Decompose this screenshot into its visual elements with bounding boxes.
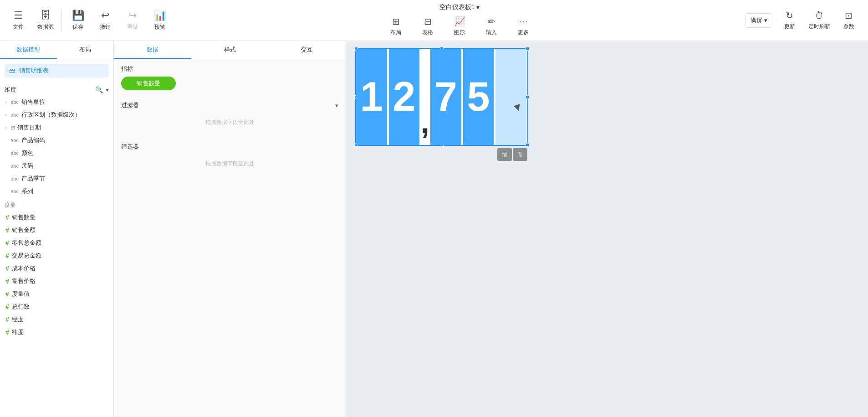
dim-item-sales-unit[interactable]: › abc 销售单位: [2, 96, 112, 108]
screen-placeholder-text: 拖拽数据字段至此处: [205, 160, 255, 167]
timer-button[interactable]: ⏱ 定时刷新: [804, 2, 834, 39]
table-button[interactable]: ⊟ 表格: [412, 15, 444, 38]
params-icon: ⊡: [845, 10, 853, 21]
digit-value: 5: [467, 73, 490, 120]
measure-item-latitude[interactable]: # 纬度: [2, 326, 112, 339]
abc-icon: abc: [10, 189, 19, 194]
save-button[interactable]: 💾 保存: [64, 2, 92, 39]
preview-button[interactable]: 📊 预览: [146, 2, 174, 39]
measure-item-sales-amount[interactable]: # 销售金额: [2, 224, 112, 237]
filter-drop-area[interactable]: 拖拽数据字段至此处: [121, 113, 338, 132]
layout-icon: ⊞: [392, 16, 400, 27]
calendar-icon: ⊞: [10, 125, 15, 131]
search-icon[interactable]: 🔍: [95, 86, 103, 93]
fullscreen-label: 满屏: [751, 16, 762, 25]
measure-item-retail-total[interactable]: # 零售总金额: [2, 237, 112, 249]
tab-layout[interactable]: 布局: [57, 41, 114, 59]
fullscreen-button[interactable]: 满屏 ▾: [745, 13, 772, 28]
middle-tabs: 数据 样式 交互: [114, 41, 346, 59]
preview-label: 预览: [154, 23, 165, 31]
input-button[interactable]: ✏ 输入: [475, 15, 507, 38]
indicator-tag[interactable]: 销售数量: [121, 77, 176, 90]
measure-item-total-rows[interactable]: # 总行数: [2, 300, 112, 313]
more-icon: ⋯: [519, 16, 528, 27]
hash-icon: #: [5, 290, 9, 298]
top-toolbar: ☰ 文件 🗄 数据源 💾 保存 ↩ 撤销 ↪ 重做 📊 预览 空白仪表板1: [0, 0, 868, 41]
hash-icon: #: [5, 214, 9, 221]
expand-icon: ›: [5, 100, 7, 105]
data-model-item[interactable]: 🗃 销售明细表: [5, 64, 109, 77]
move-icon: ⇅: [517, 151, 523, 158]
dimension-list: › abc 销售单位 › abc 行政区划（数据级次） › ⊞ 销售日期 › a…: [0, 96, 113, 198]
move-widget-button[interactable]: ⇅: [513, 148, 527, 161]
dimensions-label: 维度: [5, 86, 16, 94]
measure-list: # 销售数量 # 销售金额 # 零售总金额 # 交易总金额 # 成本价格 # 零…: [0, 211, 113, 339]
input-label: 输入: [486, 29, 497, 36]
canvas-area[interactable]: 1 2 , 7 5 🗑: [346, 41, 868, 417]
tab-data-label: 数据: [147, 46, 158, 54]
tab-data-model[interactable]: 数据模型: [0, 41, 57, 59]
update-label: 更新: [784, 23, 795, 31]
number-widget[interactable]: 1 2 , 7 5 🗑: [355, 48, 528, 146]
toolbar-right: 满屏 ▾ ↻ 更新 ⏱ 定时刷新 ⊡ 参数: [745, 2, 863, 39]
table-label: 表格: [422, 29, 433, 36]
dim-item-size[interactable]: › abc 尺码: [2, 160, 112, 172]
tab-style[interactable]: 样式: [191, 41, 269, 59]
params-label: 参数: [843, 23, 854, 31]
digit-value: 2: [393, 73, 415, 120]
dim-item-color[interactable]: › abc 颜色: [2, 147, 112, 160]
dimensions-actions: 🔍 ▾: [95, 86, 109, 93]
tab-data[interactable]: 数据: [114, 41, 191, 59]
tab-data-model-label: 数据模型: [16, 46, 40, 54]
toolbar-divider-1: [61, 9, 62, 32]
preview-icon: 📊: [154, 10, 166, 21]
collapse-icon[interactable]: ▾: [335, 102, 338, 109]
update-button[interactable]: ↻ 更新: [775, 2, 804, 39]
dim-item-series[interactable]: › abc 系列: [2, 185, 112, 198]
dim-item-region[interactable]: › abc 行政区划（数据级次）: [2, 108, 112, 121]
measure-item-retail-price[interactable]: # 零售价格: [2, 275, 112, 288]
filter-placeholder-text: 拖拽数据字段至此处: [205, 119, 255, 125]
tab-style-label: 样式: [224, 46, 236, 54]
dimensions-header: 维度 🔍 ▾: [0, 82, 113, 96]
digit-1: 1: [356, 49, 387, 145]
measure-label: 经度: [12, 315, 24, 324]
undo-button[interactable]: ↩ 撤销: [92, 2, 119, 39]
screen-drop-area[interactable]: 拖拽数据字段至此处: [121, 154, 338, 173]
chart-button[interactable]: 📈 图形: [444, 15, 475, 38]
dim-item-date[interactable]: › ⊞ 销售日期: [2, 121, 112, 134]
datasource-button[interactable]: 🗄 数据源: [32, 2, 59, 39]
hash-icon: #: [5, 303, 9, 310]
more-button[interactable]: ⋯ 更多: [507, 15, 539, 38]
dim-label: 行政区划（数据级次）: [21, 111, 81, 119]
tab-interaction[interactable]: 交互: [268, 41, 346, 59]
dim-item-product-code[interactable]: › abc 产品编码: [2, 134, 112, 147]
dim-label: 尺码: [21, 162, 33, 170]
save-icon: 💾: [72, 10, 84, 21]
params-button[interactable]: ⊡ 参数: [834, 2, 863, 39]
hash-icon: #: [5, 278, 9, 285]
digit-3: 7: [430, 49, 461, 145]
hamburger-icon: ☰: [14, 10, 23, 21]
middle-panel: 数据 样式 交互 指标 销售数量 过滤器 ▾ 拖拽数据字段至此处: [114, 41, 346, 417]
dashboard-title[interactable]: 空白仪表板1 ▾: [439, 3, 480, 11]
redo-button[interactable]: ↪ 重做: [119, 2, 146, 39]
measure-item-longitude[interactable]: # 经度: [2, 313, 112, 326]
file-button[interactable]: ☰ 文件: [5, 2, 32, 39]
chevron-down-icon[interactable]: ▾: [106, 86, 109, 93]
measure-item-sales-qty[interactable]: # 销售数量: [2, 211, 112, 224]
redo-label: 重做: [127, 23, 138, 31]
layout-button[interactable]: ⊞ 布局: [380, 15, 412, 38]
measure-item-measure-val[interactable]: # 度量值: [2, 288, 112, 300]
measure-item-cost-price[interactable]: # 成本价格: [2, 262, 112, 275]
data-model-section: 🗃 销售明细表: [0, 59, 113, 82]
dim-label: 颜色: [21, 149, 33, 157]
measure-item-trade-total[interactable]: # 交易总金额: [2, 249, 112, 262]
delete-widget-button[interactable]: 🗑: [497, 148, 512, 161]
indicators-label: 指标: [121, 65, 133, 72]
hash-icon: #: [5, 252, 9, 259]
dim-item-season[interactable]: › abc 产品季节: [2, 172, 112, 185]
measure-label: 销售金额: [12, 226, 36, 234]
screen-section: 筛选器 拖拽数据字段至此处: [114, 137, 346, 179]
widget-actions: 🗑 ⇅: [497, 148, 527, 161]
